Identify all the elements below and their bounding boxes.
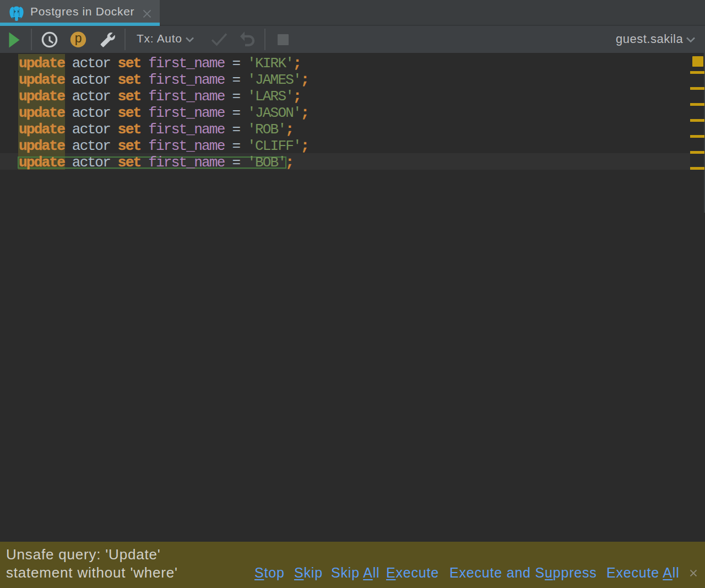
svg-text:p: p — [75, 31, 82, 45]
